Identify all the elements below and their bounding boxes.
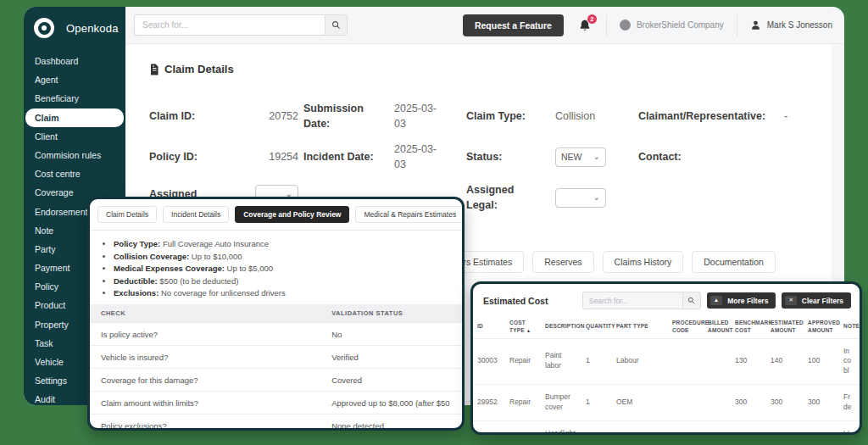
sidebar-item-agent[interactable]: Agent bbox=[24, 70, 125, 89]
close-icon: ✕ bbox=[785, 296, 796, 306]
cell-id: 30003 bbox=[473, 338, 505, 385]
request-feature-button[interactable]: Request a Feature bbox=[463, 14, 564, 36]
column-header-cost-type[interactable]: Cost Type ▲ bbox=[505, 316, 541, 338]
chevron-down-icon: ⌄ bbox=[593, 193, 600, 202]
panel-tab-incident-details[interactable]: Incident Details bbox=[163, 206, 229, 223]
cell-benchmark-cost: 300 bbox=[731, 385, 766, 421]
clear-filters-button[interactable]: ✕ Clear Filters bbox=[782, 292, 851, 309]
topbar-right: Request a Feature 2 BrokerShield Company… bbox=[463, 14, 832, 36]
field-policy-id: Policy ID: 19254 bbox=[149, 136, 298, 177]
openkoda-logo-icon bbox=[34, 18, 54, 38]
table-row[interactable]: 30002 Repair Headlight assembly 1 Afterm… bbox=[473, 420, 860, 435]
cell-description: Paint labor bbox=[541, 338, 581, 385]
contact-label: Contact: bbox=[638, 149, 784, 164]
list-item: Deductible: $500 (to be deducted) bbox=[114, 276, 462, 286]
claim-type-label: Claim Type: bbox=[466, 108, 555, 124]
field-claim-id: Claim ID: 20752 bbox=[149, 96, 298, 136]
claimant-value: - bbox=[784, 108, 787, 124]
cell-quantity: 1 bbox=[581, 338, 612, 385]
cell-cost-type: Repair bbox=[505, 338, 541, 385]
check-cell: Policy exclusions? bbox=[90, 414, 320, 431]
sidebar-item-claim[interactable]: Claim bbox=[25, 108, 124, 127]
cell-description: Bumper cover bbox=[541, 385, 581, 421]
cell-billed-amount bbox=[704, 420, 731, 435]
policy-id-label: Policy ID: bbox=[149, 149, 269, 164]
search-icon bbox=[687, 297, 695, 304]
column-header-description[interactable]: Description bbox=[541, 316, 581, 338]
panel-tab-bar: Claim Details Incident Details Coverage … bbox=[90, 199, 462, 231]
estimate-search-input[interactable] bbox=[582, 292, 682, 309]
assigned-legal-label: Assigned Legal: bbox=[466, 182, 555, 213]
status-cell: Covered bbox=[320, 369, 462, 392]
notifications-button[interactable]: 2 bbox=[576, 17, 593, 34]
sidebar-item-beneficiary[interactable]: Beneficiary bbox=[24, 89, 125, 108]
sidebar-item-client[interactable]: Client bbox=[24, 127, 125, 146]
search-button[interactable] bbox=[325, 14, 348, 36]
table-row: Claim amount within limits?Approved up t… bbox=[90, 392, 462, 414]
company-menu[interactable]: BrokerShield Company bbox=[620, 19, 724, 31]
status-cell: Approved up to $8,000 (after $50 bbox=[320, 392, 462, 414]
cell-notes: In co bl bbox=[839, 338, 860, 385]
panel-tab-medical-repairs[interactable]: Medical & Repairs Estimates bbox=[355, 206, 465, 223]
column-header-quantity[interactable]: Quantity bbox=[581, 316, 612, 338]
cell-part-type: Aftermarket bbox=[612, 420, 668, 435]
cell-notes: Fr de bbox=[839, 385, 860, 421]
panel-tab-claim-details[interactable]: Claim Details bbox=[97, 206, 157, 223]
field-claimant: Claimant/Representative: - bbox=[638, 96, 852, 136]
tab-reserves[interactable]: Reserves bbox=[532, 251, 593, 273]
claim-type-value: Collision bbox=[555, 108, 595, 124]
estimated-cost-panel: Estimated Cost ▲ More Filters ✕ Clear Fi… bbox=[470, 281, 862, 435]
assigned-legal-select[interactable]: ⌄ bbox=[555, 188, 606, 208]
policy-id-value: 19254 bbox=[269, 149, 298, 164]
column-header-benchmark-cost[interactable]: Benchmark Cost bbox=[731, 316, 766, 338]
cell-benchmark-cost: 130 bbox=[731, 338, 766, 385]
estimated-cost-header: Estimated Cost ▲ More Filters ✕ Clear Fi… bbox=[473, 284, 860, 316]
column-header-approved-amount[interactable]: Approved Amount bbox=[804, 316, 839, 338]
claim-id-label: Claim ID: bbox=[149, 108, 269, 124]
notification-badge: 2 bbox=[587, 14, 598, 25]
user-menu[interactable]: Mark S Jonesson bbox=[750, 19, 832, 31]
field-group-ids: Claim ID: 20752 Policy ID: 19254 Assigne… bbox=[149, 96, 298, 211]
panel-tab-coverage-policy-review[interactable]: Coverage and Policy Review bbox=[235, 206, 349, 223]
status-select[interactable]: NEW⌄ bbox=[555, 147, 606, 167]
search-input[interactable] bbox=[134, 14, 325, 36]
check-cell: Is policy active? bbox=[90, 323, 320, 346]
sidebar-item-dashboard[interactable]: Dashboard bbox=[24, 52, 125, 70]
check-cell: Claim amount within limits? bbox=[90, 392, 320, 414]
sidebar-item-cost-centre[interactable]: Cost centre bbox=[24, 164, 125, 183]
check-cell: Coverage for this damage? bbox=[90, 369, 320, 392]
field-status: Status: NEW⌄ bbox=[466, 136, 632, 177]
column-header-id[interactable]: ID bbox=[473, 316, 505, 338]
tab-claims-history[interactable]: Claims History bbox=[603, 251, 684, 273]
list-item: Policy Type: Full Coverage Auto Insuranc… bbox=[114, 239, 462, 248]
column-header-part-type[interactable]: Part Type bbox=[612, 316, 668, 338]
table-row[interactable]: 29952 Repair Bumper cover 1 OEM 300 300 … bbox=[473, 385, 860, 421]
tab-documentation[interactable]: Documentation bbox=[692, 251, 776, 273]
more-filters-button[interactable]: ▲ More Filters bbox=[707, 292, 776, 309]
logo: Openkoda bbox=[24, 7, 125, 47]
table-row: Is policy active?No bbox=[90, 323, 462, 346]
table-header-row: ID Cost Type ▲ Description Quantity Part… bbox=[473, 316, 860, 338]
cell-part-type: OEM bbox=[612, 385, 668, 421]
table-row: Policy exclusions?None detected bbox=[90, 414, 462, 431]
sidebar-item-commision-rules[interactable]: Commision rules bbox=[24, 146, 125, 164]
topbar-divider bbox=[737, 14, 737, 36]
column-header-billed-amount[interactable]: Billed Amount bbox=[704, 316, 731, 338]
cell-part-type: Labour bbox=[612, 338, 668, 385]
search-icon bbox=[331, 20, 341, 30]
list-item: Exclusions: No coverage for unlicensed d… bbox=[114, 288, 462, 298]
topbar-divider bbox=[606, 14, 607, 36]
table-row[interactable]: 30003 Repair Paint labor 1 Labour 130 14… bbox=[473, 338, 860, 385]
column-header-estimated-amount[interactable]: Estimated Amount bbox=[766, 316, 804, 338]
status-cell: Verified bbox=[320, 346, 462, 369]
cell-estimated-amount: 210 bbox=[766, 420, 804, 435]
column-header-procedure-code[interactable]: Procedure Code bbox=[668, 316, 704, 338]
check-cell: Vehicle is insured? bbox=[90, 346, 320, 369]
claimant-label: Claimant/Representative: bbox=[638, 108, 784, 124]
estimate-search-button[interactable] bbox=[682, 292, 701, 309]
status-cell: No bbox=[320, 323, 462, 346]
global-search bbox=[134, 14, 348, 36]
cell-quantity: 1 bbox=[581, 385, 612, 421]
column-header-notes[interactable]: Notes bbox=[839, 316, 860, 338]
incident-date-label: Incident Date: bbox=[303, 149, 394, 164]
